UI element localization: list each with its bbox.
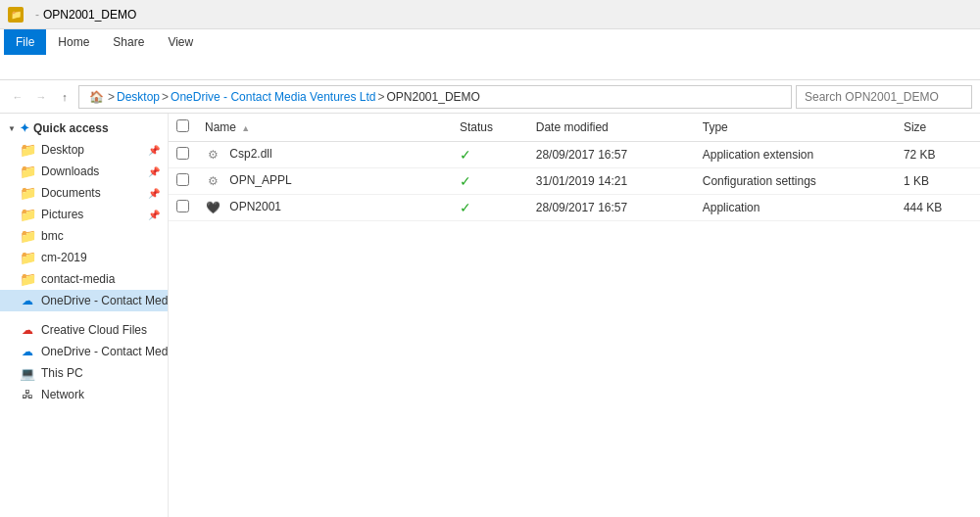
column-header-name[interactable]: Name ▲ (197, 114, 452, 142)
tab-file[interactable]: File (4, 29, 46, 55)
table-row[interactable]: ⚙ Csp2.dll ✓ 28/09/2017 16:57 Applicatio… (169, 142, 980, 168)
table-row[interactable]: ⚙ OPN_APPL ✓ 31/01/2019 14:21 Configurat… (169, 168, 980, 195)
quick-access-label: Quick access (33, 121, 109, 135)
sidebar-item-onedrive[interactable]: ☁ OneDrive - Contact Media Ve (0, 290, 168, 311)
sidebar-item-label: Pictures (41, 208, 83, 221)
quick-access-header[interactable]: ▼ ✦ Quick access (0, 118, 168, 139)
file-type-icon: 🖤 (205, 200, 220, 215)
sidebar-item-bmc[interactable]: 📁 bmc (0, 225, 168, 247)
file-date-cell: 31/01/2019 14:21 (528, 168, 695, 195)
ribbon-tabs: File Home Share View (0, 29, 980, 55)
creative-cloud-icon: ☁ (20, 322, 35, 338)
row-checkbox[interactable] (176, 200, 189, 212)
title-bar-icons: 📁 (8, 7, 24, 23)
sidebar: ▼ ✦ Quick access 📁 Desktop 📌 📁 Downloads… (0, 114, 169, 517)
sidebar-item-desktop[interactable]: 📁 Desktop 📌 (0, 139, 168, 161)
column-header-size[interactable]: Size (896, 114, 980, 142)
pin-icon: 📌 (148, 210, 160, 220)
sidebar-item-label: Downloads (41, 164, 99, 178)
column-header-type[interactable]: Type (695, 114, 896, 142)
folder-icon: 📁 (20, 142, 35, 158)
sidebar-item-pictures[interactable]: 📁 Pictures 📌 (0, 204, 168, 225)
status-synced-icon: ✓ (460, 173, 471, 189)
sidebar-item-network[interactable]: 🖧 Network (0, 384, 168, 405)
file-size-cell: 1 KB (896, 168, 980, 195)
status-synced-icon: ✓ (460, 147, 471, 163)
table-row[interactable]: 🖤 OPN2001 ✓ 28/09/2017 16:57 Application… (169, 195, 980, 221)
sort-arrow-icon: ▲ (241, 123, 250, 133)
file-status-cell: ✓ (452, 195, 528, 221)
pin-icon: 📌 (148, 145, 160, 156)
address-home-icon: 🏠 (89, 90, 104, 104)
file-type-cell: Application extension (695, 142, 896, 168)
sidebar-item-documents[interactable]: 📁 Documents 📌 (0, 182, 168, 204)
sidebar-item-contact-media[interactable]: 📁 contact-media (0, 268, 168, 290)
sidebar-item-label: Creative Cloud Files (41, 323, 147, 337)
folder-icon: 📁 (20, 185, 35, 201)
sidebar-item-downloads[interactable]: 📁 Downloads 📌 (0, 161, 168, 182)
file-status-cell: ✓ (452, 142, 528, 168)
file-name-cell: ⚙ Csp2.dll (197, 142, 452, 168)
sidebar-item-label: This PC (41, 366, 83, 380)
file-name: OPN2001 (229, 200, 281, 213)
select-all-checkbox[interactable] (176, 119, 189, 132)
sidebar-item-label: Desktop (41, 143, 84, 157)
search-input[interactable] (796, 85, 972, 109)
sidebar-item-onedrive2[interactable]: ☁ OneDrive - Contact Media Ven (0, 341, 168, 362)
folder-icon: 📁 (20, 250, 35, 265)
title-bar-title: OPN2001_DEMO (43, 8, 136, 22)
file-type-cell: Configuration settings (695, 168, 896, 195)
back-button[interactable]: ← (8, 87, 27, 107)
row-checkbox[interactable] (176, 147, 189, 160)
tab-home[interactable]: Home (46, 29, 101, 55)
row-checkbox[interactable] (176, 173, 189, 186)
forward-button[interactable]: → (31, 87, 51, 107)
file-table: Name ▲ Status Date modified Type Size (169, 114, 980, 221)
sidebar-item-cc[interactable]: ☁ Creative Cloud Files (0, 319, 168, 341)
onedrive-icon: ☁ (20, 344, 35, 359)
sidebar-item-cm2019[interactable]: 📁 cm-2019 (0, 247, 168, 268)
chevron-icon: ▼ (8, 124, 16, 133)
row-checkbox-cell[interactable] (169, 195, 197, 221)
folder-icon: 📁 (20, 271, 35, 287)
sidebar-item-label: Documents (41, 186, 101, 200)
sidebar-item-thispc[interactable]: 💻 This PC (0, 362, 168, 384)
column-header-status[interactable]: Status (452, 114, 528, 142)
file-name-cell: ⚙ OPN_APPL (197, 168, 452, 195)
file-type-icon: ⚙ (205, 173, 220, 189)
file-type-cell: Application (695, 195, 896, 221)
folder-icon: 📁 (20, 164, 35, 179)
status-synced-icon: ✓ (460, 200, 471, 215)
folder-icon: 📁 (8, 7, 24, 23)
address-path[interactable]: 🏠 > Desktop > OneDrive - Contact Media V… (78, 85, 792, 109)
network-icon: 🖧 (20, 387, 35, 402)
onedrive-icon: ☁ (20, 293, 35, 308)
ribbon-commands (0, 55, 980, 80)
sidebar-item-label: OneDrive - Contact Media Ve (41, 294, 168, 307)
path-part-1[interactable]: Desktop (117, 90, 160, 104)
sidebar-item-label: cm-2019 (41, 251, 87, 264)
tab-share[interactable]: Share (101, 29, 156, 55)
row-checkbox-cell[interactable] (169, 142, 197, 168)
column-header-date[interactable]: Date modified (528, 114, 695, 142)
sidebar-item-label: OneDrive - Contact Media Ven (41, 345, 168, 358)
up-button[interactable]: ↑ (55, 87, 74, 107)
file-date-cell: 28/09/2017 16:57 (528, 195, 695, 221)
file-type-icon: ⚙ (205, 147, 220, 163)
table-header-row: Name ▲ Status Date modified Type Size (169, 114, 980, 142)
file-name: OPN_APPL (229, 173, 291, 187)
path-part-2[interactable]: OneDrive - Contact Media Ventures Ltd (171, 90, 375, 104)
file-status-cell: ✓ (452, 168, 528, 195)
content-area: Name ▲ Status Date modified Type Size (169, 114, 980, 517)
file-date-cell: 28/09/2017 16:57 (528, 142, 695, 168)
sidebar-item-label: bmc (41, 229, 64, 243)
folder-icon: 📁 (20, 207, 35, 222)
address-bar: ← → ↑ 🏠 > Desktop > OneDrive - Contact M… (0, 80, 980, 114)
tab-view[interactable]: View (156, 29, 205, 55)
file-size-cell: 72 KB (896, 142, 980, 168)
file-size-cell: 444 KB (896, 195, 980, 221)
sidebar-item-label: Network (41, 388, 84, 401)
ribbon: File Home Share View (0, 29, 980, 80)
row-checkbox-cell[interactable] (169, 168, 197, 195)
checkbox-header[interactable] (169, 114, 197, 142)
